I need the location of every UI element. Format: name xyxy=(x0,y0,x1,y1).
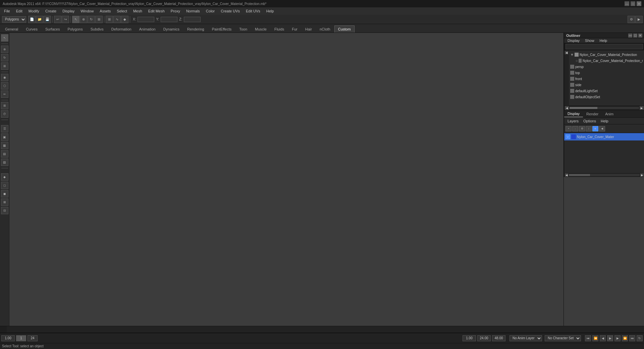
tab-subdivs[interactable]: Subdivs xyxy=(87,25,107,33)
open-file-button[interactable]: 📁 xyxy=(36,16,43,23)
component-vert-button[interactable]: ◆ xyxy=(1,173,8,181)
tab-fur[interactable]: Fur xyxy=(288,25,301,33)
tab-custom[interactable]: Custom xyxy=(334,25,355,33)
tab-toon[interactable]: Toon xyxy=(235,25,251,33)
outliner-scroll-up[interactable]: ◀ xyxy=(565,51,568,54)
menu-assets[interactable]: Assets xyxy=(97,8,113,14)
layers-scroll-left[interactable]: ◀ xyxy=(565,173,568,177)
close-button[interactable]: ✕ xyxy=(637,1,641,6)
menu-display[interactable]: Display xyxy=(60,8,77,14)
undo-button[interactable]: ↩ xyxy=(54,16,61,23)
play-btn[interactable]: ▶ xyxy=(607,335,613,341)
character-set-dropdown[interactable]: No Character Set xyxy=(545,335,581,341)
tab-general[interactable]: General xyxy=(1,25,22,33)
tab-curves[interactable]: Curves xyxy=(22,25,41,33)
prev-key-btn[interactable]: ⏪ xyxy=(592,335,598,341)
menu-help[interactable]: Help xyxy=(264,8,277,14)
tree-item-side[interactable]: side xyxy=(569,82,644,88)
outliner-minimize[interactable]: — xyxy=(628,34,632,38)
select-tool[interactable]: ↖ xyxy=(72,16,79,23)
tab-painteffects[interactable]: PaintEffects xyxy=(208,25,235,33)
outliner-maximize[interactable]: □ xyxy=(633,34,637,38)
tab-deformation[interactable]: Deformation xyxy=(108,25,135,33)
layer-color-btn[interactable]: ■ xyxy=(592,126,598,131)
tab-rendering[interactable]: Rendering xyxy=(183,25,208,33)
component-face-button[interactable]: ◼ xyxy=(1,190,8,197)
go-end-btn[interactable]: ⏭ xyxy=(629,335,635,341)
display-wire-button[interactable]: ▦ xyxy=(1,142,8,149)
layer-sort-btn[interactable]: ↕ xyxy=(586,126,592,131)
total-start-field[interactable] xyxy=(463,335,476,341)
menu-edit-mesh[interactable]: Edit Mesh xyxy=(146,8,167,14)
tree-item-nylon-child[interactable]: ○ Nylon_Car_Cover_Material_Protection_r xyxy=(569,58,644,64)
layers-scroll-right[interactable]: ▶ xyxy=(640,173,644,177)
menu-color[interactable]: Color xyxy=(203,8,217,14)
component-more-button[interactable]: ⊟ xyxy=(1,207,8,214)
bp-tab-display[interactable]: Display xyxy=(564,111,583,117)
total-keys-field[interactable] xyxy=(492,335,505,341)
scroll-left-btn[interactable]: ◀ xyxy=(565,106,569,110)
go-start-btn[interactable]: ⏮ xyxy=(585,335,591,341)
viewport-container[interactable]: View Shading Lighting Show Renderer Pane… xyxy=(9,33,564,326)
tab-dynamics[interactable]: Dynamics xyxy=(160,25,183,33)
next-key-btn[interactable]: ⏩ xyxy=(622,335,628,341)
mode-dropdown[interactable]: Polygons xyxy=(2,16,26,23)
tab-animation[interactable]: Animation xyxy=(136,25,159,33)
redo-button[interactable]: ↪ xyxy=(62,16,69,23)
scroll-track[interactable] xyxy=(570,107,639,109)
menu-proxy[interactable]: Proxy xyxy=(168,8,183,14)
move-tool-button[interactable]: ⊕ xyxy=(1,46,8,53)
menu-create[interactable]: Create xyxy=(43,8,59,14)
snap-curve[interactable]: ∿ xyxy=(113,16,121,23)
tab-fluids[interactable]: Fluids xyxy=(271,25,288,33)
tree-item-default-light-set[interactable]: defaultLightSet xyxy=(569,88,644,94)
display-type-button[interactable]: ▣ xyxy=(1,133,8,141)
layer-visibility-icon[interactable]: V xyxy=(566,134,570,139)
loop-btn[interactable]: ↻ xyxy=(637,335,643,341)
tree-item-default-object-set[interactable]: defaultObjectSet xyxy=(569,94,644,100)
y-coord-field[interactable] xyxy=(161,17,177,22)
menu-window[interactable]: Window xyxy=(78,8,96,14)
scale-tool-button[interactable]: ⊞ xyxy=(1,62,8,70)
paint-button[interactable]: ✏ xyxy=(1,91,8,98)
menu-select[interactable]: Select xyxy=(114,8,130,14)
tree-item-top[interactable]: top xyxy=(569,70,644,76)
current-frame-field[interactable] xyxy=(16,335,26,341)
outliner-menu-help[interactable]: Help xyxy=(598,38,609,43)
bp-sub-layers[interactable]: Layers xyxy=(566,119,581,123)
display-all-button[interactable]: ☰ xyxy=(1,125,8,132)
tab-polygons[interactable]: Polygons xyxy=(64,25,86,33)
menu-file[interactable]: File xyxy=(1,8,13,14)
prev-frame-btn[interactable]: ◀ xyxy=(600,335,606,341)
lasso-button[interactable]: ⬡ xyxy=(1,82,8,90)
bp-sub-options[interactable]: Options xyxy=(581,119,598,123)
tree-item-front[interactable]: front xyxy=(569,76,644,82)
rotate-tool[interactable]: ↻ xyxy=(88,16,95,23)
translate-tool[interactable]: ⊕ xyxy=(80,16,87,23)
new-file-button[interactable]: 📄 xyxy=(28,16,36,23)
tab-hair[interactable]: Hair xyxy=(302,25,316,33)
select-mode-button[interactable]: ↖ xyxy=(1,34,8,42)
tree-item-persp[interactable]: persp xyxy=(569,64,644,70)
total-end-field[interactable] xyxy=(477,335,491,341)
layers-scroll-track[interactable] xyxy=(569,174,640,176)
snap-grid[interactable]: ⊞ xyxy=(106,16,113,23)
history-button[interactable]: ⏱ xyxy=(1,110,8,118)
rotate-tool-button[interactable]: ↻ xyxy=(1,54,8,61)
display-rough-button[interactable]: ▧ xyxy=(1,159,8,166)
maximize-button[interactable]: □ xyxy=(631,1,635,6)
bp-tab-anim[interactable]: Anim xyxy=(602,111,617,117)
menu-modify[interactable]: Modify xyxy=(26,8,42,14)
component-edge-button[interactable]: ◻ xyxy=(1,182,8,189)
outliner-menu-show[interactable]: Show xyxy=(583,38,596,43)
snap-view-button[interactable]: ⊞ xyxy=(1,102,8,109)
menu-edit-uvs[interactable]: Edit UVs xyxy=(243,8,263,14)
menu-mesh[interactable]: Mesh xyxy=(130,8,145,14)
z-coord-field[interactable] xyxy=(184,17,201,22)
component-uv-button[interactable]: ⊠ xyxy=(1,198,8,206)
soft-select-button[interactable]: ◉ xyxy=(1,74,8,81)
display-smooth-button[interactable]: ▤ xyxy=(1,150,8,158)
tab-muscle[interactable]: Muscle xyxy=(251,25,270,33)
bp-tab-render[interactable]: Render xyxy=(583,111,602,117)
menu-create-uvs[interactable]: Create UVs xyxy=(218,8,243,14)
